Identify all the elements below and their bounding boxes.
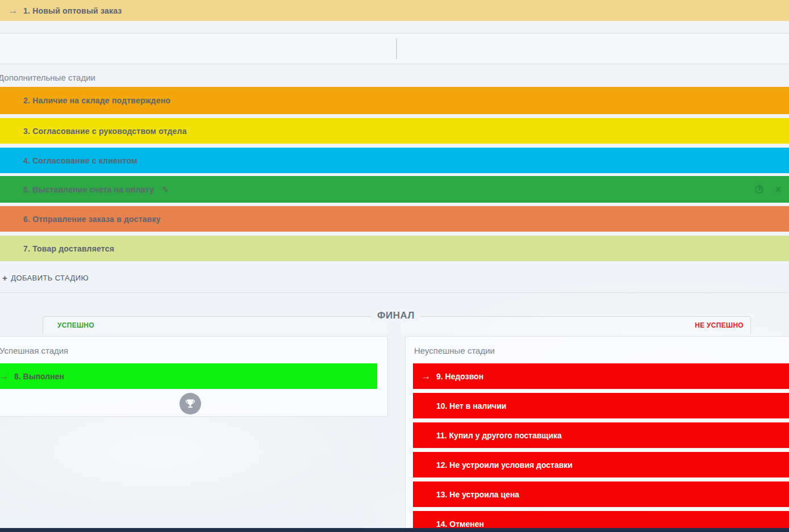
stage-bar-8[interactable]: → 8. Выполнен [0, 363, 377, 389]
stage-bar-12[interactable]: 12. Не устроили условия доставки [413, 452, 789, 477]
stage-label: 9. Недозвон [436, 372, 483, 381]
stage-label: 14. Отменен [436, 520, 484, 529]
tab-fail[interactable]: НЕ УСПЕШНО [401, 316, 751, 334]
drag-handle-icon[interactable] [8, 247, 18, 250]
delete-x-icon[interactable]: × [775, 185, 781, 194]
stage-bar-4[interactable]: 4. Согласование с клиентом [0, 148, 789, 173]
stage-bar-2[interactable]: 2. Наличие на складе подтверждено [0, 87, 789, 114]
success-panel: Успешная стадия → 8. Выполнен [0, 336, 388, 417]
success-panel-label: Успешная стадия [0, 346, 68, 355]
plus-icon: + [2, 273, 7, 283]
stage-bar-7[interactable]: 7. Товар доставляется [0, 236, 789, 261]
stage-label: 10. Нет в наличии [436, 401, 506, 410]
drag-handle-icon[interactable] [421, 404, 431, 408]
stage-label: 5. Выставление счета на оплату [23, 185, 154, 194]
bottom-edge-strip [0, 528, 789, 532]
stage-label: 3. Согласование с руководством отдела [23, 127, 187, 136]
slot-divider [396, 39, 397, 59]
tab-success-label: УСПЕШНО [57, 321, 94, 329]
stage-bar-9[interactable]: → 9. Недозвон [413, 363, 789, 389]
stage-bar-1[interactable]: → 1. Новый оптовый заказ [0, 0, 789, 21]
stage-bar-13[interactable]: 13. Не устроила цена [413, 481, 789, 507]
drag-handle-icon[interactable] [8, 188, 18, 191]
divider [0, 292, 789, 293]
stage-label: 4. Согласование с клиентом [23, 156, 137, 165]
stage-label: 11. Купил у другого поставщика [436, 431, 562, 440]
final-section-title: ФИНАЛ [371, 310, 420, 321]
stage-label: 8. Выполнен [14, 372, 64, 381]
stage-bar-3[interactable]: 3. Согласование с руководством отдела [0, 118, 789, 144]
fail-panel: Неуспешные стадии → 9. Недозвон 10. Нет … [405, 336, 789, 532]
stage-bar-6[interactable]: 6. Отправление заказа в доставку [0, 206, 789, 232]
stage-bar-10[interactable]: 10. Нет в наличии [413, 393, 789, 418]
arrow-right-icon: → [421, 371, 431, 381]
drag-handle-icon[interactable] [421, 434, 431, 437]
edit-pencil-icon[interactable]: ✎ [162, 185, 169, 194]
stage-label: 6. Отправление заказа в доставку [23, 215, 161, 224]
stage-bar-11[interactable]: 11. Купил у другого поставщика [413, 422, 789, 448]
fail-panel-label: Неуспешные стадии [414, 346, 495, 355]
stage-label: 13. Не устроила цена [436, 490, 519, 499]
empty-stage-slots [0, 33, 789, 64]
add-stage-button[interactable]: + ДОБАВИТЬ СТАДИЮ [2, 273, 89, 283]
drag-handle-icon[interactable] [8, 159, 18, 162]
drag-handle-icon[interactable] [421, 463, 431, 467]
paint-bucket-icon[interactable] [754, 185, 764, 194]
drag-handle-icon[interactable] [421, 522, 431, 526]
drag-handle-icon[interactable] [421, 493, 431, 496]
additional-stages-label: Дополнительные стадии [0, 73, 95, 82]
drag-handle-icon[interactable] [8, 129, 18, 133]
stage-label: 1. Новый оптовый заказ [23, 6, 122, 15]
tab-success[interactable]: УСПЕШНО [43, 316, 388, 334]
stage-label: 2. Наличие на складе подтверждено [23, 96, 170, 105]
stage-label: 7. Товар доставляется [23, 244, 114, 253]
add-stage-label: ДОБАВИТЬ СТАДИЮ [11, 274, 89, 282]
arrow-right-icon: → [0, 371, 9, 381]
drag-handle-icon[interactable] [8, 99, 18, 102]
arrow-right-icon: → [8, 6, 18, 15]
stage-bar-5[interactable]: 5. Выставление счета на оплату ✎ × [0, 176, 789, 203]
tab-fail-label: НЕ УСПЕШНО [695, 321, 744, 329]
drag-handle-icon[interactable] [8, 217, 18, 221]
trophy-icon [179, 393, 201, 414]
stage-label: 12. Не устроили условия доставки [436, 460, 573, 470]
